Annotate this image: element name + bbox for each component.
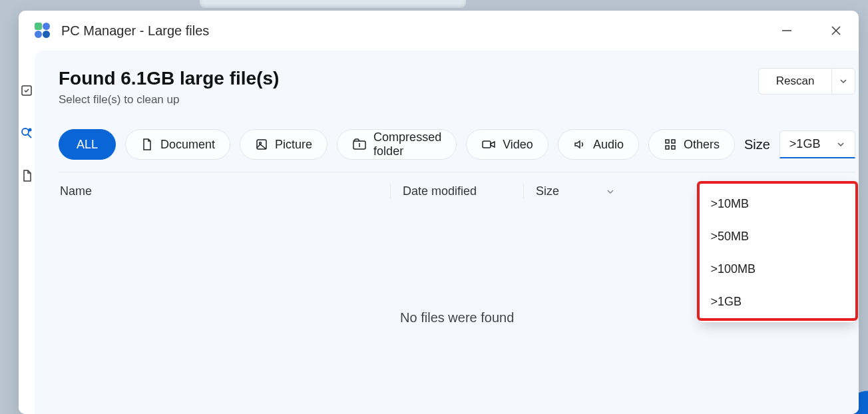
filter-audio-label: Audio [593, 138, 624, 152]
svg-rect-13 [672, 140, 675, 143]
filter-others[interactable]: Others [648, 129, 735, 160]
sidebar-item-search[interactable] [19, 125, 35, 141]
svg-line-5 [28, 134, 31, 138]
filter-row: ALL Document Picture [59, 129, 855, 160]
filter-picture-label: Picture [275, 138, 312, 152]
close-button[interactable] [823, 17, 849, 44]
window-title: PC Manager - Large files [61, 23, 209, 39]
column-header-date[interactable]: Date modified [390, 184, 523, 198]
grid-icon [664, 138, 677, 151]
size-dropdown-menu: >10MB >50MB >100MB >1GB [700, 184, 855, 322]
page-title: Found 6.1GB large file(s) [59, 68, 279, 89]
filter-all[interactable]: ALL [59, 129, 116, 160]
size-filter-select[interactable]: >1GB [779, 130, 856, 158]
size-filter-label: Size [744, 137, 770, 152]
svg-rect-15 [672, 146, 675, 149]
video-icon [481, 138, 496, 151]
svg-rect-14 [666, 146, 669, 149]
app-logo-icon [35, 23, 51, 39]
minimize-button[interactable] [773, 17, 800, 44]
filter-audio[interactable]: Audio [558, 129, 639, 160]
filter-document-label: Document [160, 138, 215, 152]
svg-rect-11 [483, 141, 491, 148]
filter-video-label: Video [503, 138, 533, 152]
rescan-dropdown-button[interactable] [831, 68, 855, 95]
filter-video[interactable]: Video [466, 129, 548, 160]
size-option-100mb[interactable]: >100MB [700, 253, 855, 286]
audio-icon [573, 138, 586, 151]
filter-compressed-label: Compressed folder [373, 130, 441, 158]
size-selected-value: >1GB [789, 137, 821, 151]
rescan-button[interactable]: Rescan [758, 68, 832, 95]
chevron-down-icon [836, 140, 845, 149]
filter-compressed[interactable]: Compressed folder [337, 129, 457, 160]
background-tab [200, 0, 466, 8]
svg-rect-12 [666, 140, 669, 143]
document-icon [140, 138, 154, 151]
sidebar-item-cleanup[interactable] [19, 83, 35, 99]
main-panel: Found 6.1GB large file(s) Select file(s)… [35, 51, 859, 414]
column-header-name[interactable]: Name [59, 184, 390, 198]
size-option-1gb[interactable]: >1GB [700, 286, 855, 318]
window-controls [773, 17, 849, 44]
column-header-size[interactable]: Size [523, 184, 630, 198]
sidebar [19, 51, 35, 414]
filter-picture[interactable]: Picture [240, 129, 327, 160]
titlebar: PC Manager - Large files [19, 11, 859, 51]
rescan-group: Rescan [758, 68, 856, 95]
chevron-down-icon [606, 187, 615, 196]
size-option-50mb[interactable]: >50MB [700, 220, 855, 253]
filter-all-label: ALL [77, 138, 98, 152]
compressed-icon [352, 138, 367, 151]
svg-point-4 [22, 128, 29, 135]
sidebar-item-files[interactable] [19, 168, 35, 184]
svg-point-6 [29, 128, 32, 132]
page-subtitle: Select file(s) to clean up [59, 93, 279, 106]
size-option-10mb[interactable]: >10MB [700, 188, 855, 220]
filter-document[interactable]: Document [125, 129, 230, 160]
app-window: PC Manager - Large files F [19, 11, 859, 414]
filter-others-label: Others [684, 138, 720, 152]
picture-icon [255, 138, 268, 151]
